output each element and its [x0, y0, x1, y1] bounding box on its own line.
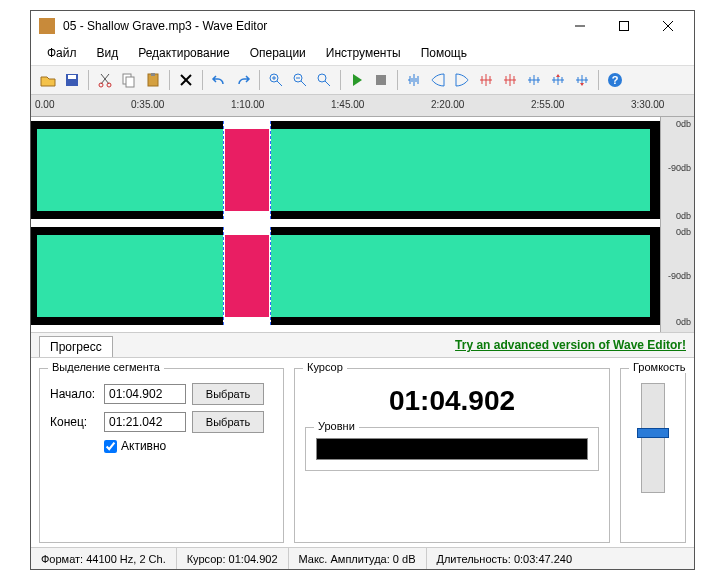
play-button[interactable] [346, 69, 368, 91]
db-ruler: 0db -90db 0db 0db -90db 0db [660, 117, 694, 332]
wave-tracks[interactable] [31, 117, 660, 332]
select-start-button[interactable]: Выбрать [192, 383, 264, 405]
selection-end-marker[interactable] [270, 121, 271, 219]
db-label: 0db [676, 227, 691, 237]
minimize-button[interactable] [558, 12, 602, 40]
end-input[interactable] [104, 412, 186, 432]
invert-icon [550, 72, 566, 88]
selection-overlay-right[interactable] [223, 227, 271, 325]
about-button[interactable]: ? [604, 69, 626, 91]
channel-right[interactable] [31, 227, 660, 325]
minimize-icon [575, 21, 585, 31]
undo-button[interactable] [208, 69, 230, 91]
db-label: 0db [676, 119, 691, 129]
tab-progress[interactable]: Прогресс [39, 336, 113, 357]
menu-help[interactable]: Помощь [413, 43, 475, 63]
copy-button[interactable] [118, 69, 140, 91]
start-label: Начало: [50, 387, 98, 401]
menu-edit[interactable]: Редактирование [130, 43, 237, 63]
cut-button[interactable] [94, 69, 116, 91]
status-format-value: 44100 Hz, 2 Ch. [86, 553, 166, 565]
menu-operations[interactable]: Операции [242, 43, 314, 63]
reverse-icon [502, 72, 518, 88]
fx-invert-button[interactable] [547, 69, 569, 91]
maximize-button[interactable] [602, 12, 646, 40]
channel-left[interactable] [31, 121, 660, 219]
cursor-group: Курсор 01:04.902 Уровни [294, 368, 610, 543]
segment-group: Выделение сегмента Начало: Выбрать Конец… [39, 368, 284, 543]
fx-silence-button[interactable] [523, 69, 545, 91]
close-icon [663, 21, 673, 31]
select-end-button[interactable]: Выбрать [192, 411, 264, 433]
status-duration: Длительность: 0:03:47.240 [427, 548, 695, 569]
status-dur-label: Длительность: [437, 553, 511, 565]
volume-thumb[interactable] [637, 428, 669, 438]
time-mark: 0.00 [35, 99, 54, 110]
fx-fadein-button[interactable] [427, 69, 449, 91]
selection-fill [225, 235, 269, 317]
time-mark: 3:30.00 [631, 99, 664, 110]
timeline-ruler[interactable]: 0.00 0:35.00 1:10.00 1:45.00 2:20.00 2:5… [31, 95, 694, 117]
volume-track[interactable] [641, 383, 665, 493]
volume-slider[interactable] [631, 383, 675, 493]
paste-button[interactable] [142, 69, 164, 91]
levels-legend: Уровни [314, 420, 359, 432]
start-input[interactable] [104, 384, 186, 404]
svg-point-21 [318, 74, 326, 82]
app-icon [39, 18, 55, 34]
svg-line-15 [277, 81, 282, 86]
undo-icon [211, 72, 227, 88]
menu-file[interactable]: Файл [39, 43, 85, 63]
active-checkbox[interactable] [104, 440, 117, 453]
menubar: Файл Вид Редактирование Операции Инструм… [31, 41, 694, 66]
selection-start-marker[interactable] [223, 227, 224, 325]
status-amplitude: Макс. Амплитуда: 0 dB [289, 548, 427, 569]
volume-legend: Громкость [629, 361, 689, 373]
db-label: -90db [668, 163, 691, 173]
statusbar: Формат: 44100 Hz, 2 Ch. Курсор: 01:04.90… [31, 547, 694, 569]
close-button[interactable] [646, 12, 690, 40]
save-button[interactable] [61, 69, 83, 91]
separator [202, 70, 203, 90]
selection-overlay-left[interactable] [223, 121, 271, 219]
status-cursor: Курсор: 01:04.902 [177, 548, 289, 569]
svg-text:?: ? [612, 74, 619, 86]
time-mark: 2:20.00 [431, 99, 464, 110]
fx-normalize-button[interactable] [403, 69, 425, 91]
stop-button[interactable] [370, 69, 392, 91]
fx-amplify-button[interactable] [475, 69, 497, 91]
stop-icon [373, 72, 389, 88]
help-icon: ? [607, 72, 623, 88]
zoom-out-button[interactable] [289, 69, 311, 91]
fx-fadeout-button[interactable] [451, 69, 473, 91]
waveform-area[interactable]: 0db -90db 0db 0db -90db 0db [31, 117, 694, 332]
cursor-legend: Курсор [303, 361, 347, 373]
delete-button[interactable] [175, 69, 197, 91]
svg-rect-9 [126, 77, 134, 87]
waveform-right [37, 235, 650, 317]
zoom-in-button[interactable] [265, 69, 287, 91]
delete-icon [178, 72, 194, 88]
active-label: Активно [121, 439, 166, 453]
menu-tools[interactable]: Инструменты [318, 43, 409, 63]
zoom-in-icon [268, 72, 284, 88]
selection-start-marker[interactable] [223, 121, 224, 219]
segment-legend: Выделение сегмента [48, 361, 164, 373]
copy-icon [121, 72, 137, 88]
promo-link[interactable]: Try an advanced version of Wave Editor! [455, 338, 686, 352]
separator [598, 70, 599, 90]
amplify-icon [478, 72, 494, 88]
menu-view[interactable]: Вид [89, 43, 127, 63]
volume-group: Громкость [620, 368, 686, 543]
selection-end-marker[interactable] [270, 227, 271, 325]
redo-button[interactable] [232, 69, 254, 91]
separator [259, 70, 260, 90]
zoom-fit-button[interactable] [313, 69, 335, 91]
time-mark: 1:10.00 [231, 99, 264, 110]
open-button[interactable] [37, 69, 59, 91]
status-cursor-label: Курсор: [187, 553, 226, 565]
silence-icon [526, 72, 542, 88]
paste-icon [145, 72, 161, 88]
fx-insert-button[interactable] [571, 69, 593, 91]
fx-reverse-button[interactable] [499, 69, 521, 91]
